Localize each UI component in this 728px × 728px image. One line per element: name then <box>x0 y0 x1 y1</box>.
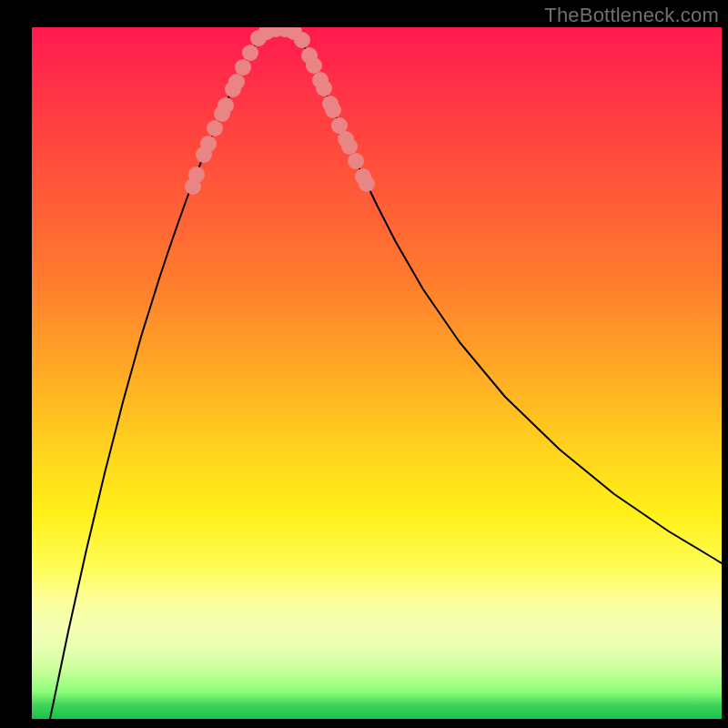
bead-marker <box>294 32 310 48</box>
bead-marker <box>228 74 245 90</box>
bead-marker <box>188 167 205 183</box>
bead-marker <box>316 80 332 96</box>
bead-marker <box>306 57 322 74</box>
bead-marker <box>242 45 258 61</box>
curve-layer <box>32 27 722 719</box>
bead-marker <box>359 176 375 192</box>
bead-marker <box>341 138 358 155</box>
bead-marker <box>207 120 223 136</box>
bead-marker <box>235 59 251 76</box>
series-left-branch <box>50 37 259 719</box>
bead-marker <box>200 136 217 152</box>
marker-group <box>185 27 375 195</box>
bead-marker <box>217 97 234 114</box>
series-right-branch <box>300 37 722 563</box>
bead-marker <box>325 102 341 118</box>
series-group <box>50 28 722 719</box>
bead-marker <box>348 153 364 169</box>
watermark-text: TheBottleneck.com <box>544 4 719 27</box>
plot-area <box>32 27 722 719</box>
chart-stage: TheBottleneck.com <box>0 0 728 728</box>
